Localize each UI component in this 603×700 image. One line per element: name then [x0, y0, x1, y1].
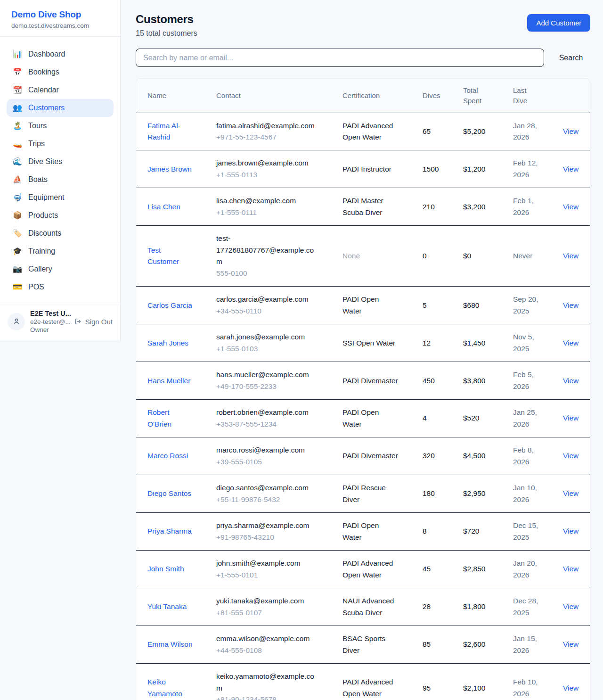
sidebar-item-tours[interactable]: 🏝️ Tours — [7, 117, 114, 135]
customer-certification: None — [342, 250, 398, 262]
sign-out-label: Sign Out — [85, 318, 113, 326]
customer-email: yuki.tanaka@example.com — [216, 595, 318, 607]
sidebar-item-pos[interactable]: 💳 POS — [7, 278, 114, 296]
customer-last-dive: Jan 28, 2026 — [513, 120, 547, 143]
label-tag-icon: 🏷️ — [13, 230, 22, 237]
view-customer-link[interactable]: View — [563, 639, 579, 650]
customer-email: priya.sharma@example.com — [216, 520, 318, 531]
customer-contact: robert.obrien@example.com +353-87-555-12… — [216, 407, 342, 430]
view-customer-link[interactable]: View — [563, 601, 579, 612]
view-customer-link[interactable]: View — [563, 488, 579, 499]
search-input[interactable] — [136, 49, 544, 67]
customer-name-link[interactable]: Test Customer — [147, 245, 193, 268]
sidebar-item-trips[interactable]: 🚤 Trips — [7, 135, 114, 153]
customer-dives: 1500 — [423, 164, 463, 175]
island-icon: 🏝️ — [13, 122, 22, 130]
customer-total-spent: $520 — [463, 412, 513, 424]
customer-phone: +1-555-0101 — [216, 569, 342, 581]
view-customer-link[interactable]: View — [563, 201, 579, 213]
user-name: E2E Test U... — [30, 310, 69, 317]
logout-icon — [74, 318, 82, 325]
view-customer-link[interactable]: View — [563, 563, 579, 575]
calendar-date-icon: 📅 — [13, 68, 22, 76]
sidebar-item-gallery[interactable]: 📷 Gallery — [7, 260, 114, 278]
view-customer-link[interactable]: View — [563, 683, 579, 694]
sidebar-item-label: Bookings — [28, 68, 59, 76]
view-customer-link[interactable]: View — [563, 300, 579, 311]
main-content: Customers 15 total customers Add Custome… — [121, 0, 603, 700]
customer-count: 15 total customers — [136, 29, 197, 38]
view-customer-link[interactable]: View — [563, 338, 579, 349]
sidebar-item-label: Products — [28, 211, 58, 220]
sidebar-item-boats[interactable]: ⛵ Boats — [7, 171, 114, 189]
sidebar-item-calendar[interactable]: 📆 Calendar — [7, 81, 114, 99]
shop-domain: demo.test.divestreams.com — [11, 22, 109, 29]
customer-name-link[interactable]: Priya Sharma — [147, 526, 193, 537]
view-customer-link[interactable]: View — [563, 412, 579, 424]
customer-total-spent: $1,450 — [463, 338, 513, 349]
add-customer-button[interactable]: Add Customer — [527, 14, 590, 32]
customer-name-link[interactable]: Keiko Yamamoto — [147, 676, 193, 700]
table-row: Priya Sharma priya.sharma@example.com +9… — [136, 513, 590, 551]
sidebar-item-products[interactable]: 📦 Products — [7, 206, 114, 224]
table-row: Emma Wilson emma.wilson@example.com +44-… — [136, 626, 590, 664]
view-customer-link[interactable]: View — [563, 526, 579, 537]
column-header-total-spent: Total Spent — [463, 85, 487, 106]
user-info: E2E Test U... e2e-tester@... Owner — [30, 310, 69, 333]
customer-certification: PADI Advanced Open Water — [342, 120, 398, 143]
column-header-contact: Contact — [216, 91, 342, 101]
customer-certification: PADI Master Scuba Diver — [342, 195, 398, 218]
customer-contact: john.smith@example.com +1-555-0101 — [216, 558, 342, 581]
customer-name-link[interactable]: Robert O'Brien — [147, 407, 193, 430]
sidebar-item-equipment[interactable]: 🤿 Equipment — [7, 189, 114, 206]
customer-certification: NAUI Advanced Scuba Diver — [342, 595, 398, 618]
view-customer-link[interactable]: View — [563, 250, 579, 262]
customer-name-link[interactable]: Hans Mueller — [147, 375, 193, 387]
view-customer-link[interactable]: View — [563, 375, 579, 387]
view-customer-link[interactable]: View — [563, 126, 579, 137]
customer-name-link[interactable]: John Smith — [147, 563, 193, 575]
customer-name-link[interactable]: James Brown — [147, 164, 193, 175]
table-row: Keiko Yamamoto keiko.yamamoto@example.co… — [136, 664, 590, 700]
table-row: Hans Mueller hans.mueller@example.com +4… — [136, 362, 590, 400]
customer-certification: BSAC Sports Diver — [342, 633, 398, 656]
sign-out-button[interactable]: Sign Out — [74, 318, 113, 326]
avatar — [8, 313, 25, 330]
customer-phone: +34-555-0110 — [216, 305, 342, 317]
customer-contact: yuki.tanaka@example.com +81-555-0107 — [216, 595, 342, 618]
customer-dives: 5 — [423, 300, 463, 311]
wave-icon: 🌊 — [13, 158, 22, 165]
customer-name-link[interactable]: Yuki Tanaka — [147, 601, 193, 612]
sidebar-item-dive-sites[interactable]: 🌊 Dive Sites — [7, 153, 114, 171]
customer-name-link[interactable]: Lisa Chen — [147, 201, 193, 213]
sidebar-item-label: Dive Sites — [28, 157, 62, 166]
customer-dives: 28 — [423, 601, 463, 612]
customer-name-link[interactable]: Emma Wilson — [147, 639, 193, 650]
credit-card-icon: 💳 — [13, 283, 22, 291]
search-button[interactable]: Search — [544, 54, 583, 62]
customer-email: sarah.jones@example.com — [216, 331, 318, 343]
sidebar-item-label: Calendar — [28, 86, 59, 94]
customer-last-dive: Feb 12, 2026 — [513, 157, 547, 181]
sidebar-item-bookings[interactable]: 📅 Bookings — [7, 63, 114, 81]
view-customer-link[interactable]: View — [563, 450, 579, 461]
customer-name-link[interactable]: Diego Santos — [147, 488, 193, 499]
page-title: Customers — [136, 13, 197, 26]
view-customer-link[interactable]: View — [563, 164, 579, 175]
customer-total-spent: $0 — [463, 250, 513, 262]
sidebar-item-discounts[interactable]: 🏷️ Discounts — [7, 224, 114, 242]
customer-name-link[interactable]: Fatima Al-Rashid — [147, 120, 193, 143]
sidebar-item-dashboard[interactable]: 📊 Dashboard — [7, 45, 114, 63]
table-row: Robert O'Brien robert.obrien@example.com… — [136, 400, 590, 437]
sidebar-item-customers[interactable]: 👥 Customers — [7, 99, 114, 117]
customer-name-link[interactable]: Marco Rossi — [147, 450, 193, 461]
customer-last-dive: Jan 25, 2026 — [513, 407, 547, 430]
sidebar-item-training[interactable]: 🎓 Training — [7, 242, 114, 260]
table-row: James Brown james.brown@example.com +1-5… — [136, 150, 590, 188]
customer-name-link[interactable]: Sarah Jones — [147, 338, 193, 349]
customer-dives: 4 — [423, 412, 463, 424]
customer-dives: 45 — [423, 563, 463, 575]
customer-contact: james.brown@example.com +1-555-0113 — [216, 157, 342, 181]
customer-email: lisa.chen@example.com — [216, 195, 318, 206]
customer-name-link[interactable]: Carlos Garcia — [147, 300, 193, 311]
